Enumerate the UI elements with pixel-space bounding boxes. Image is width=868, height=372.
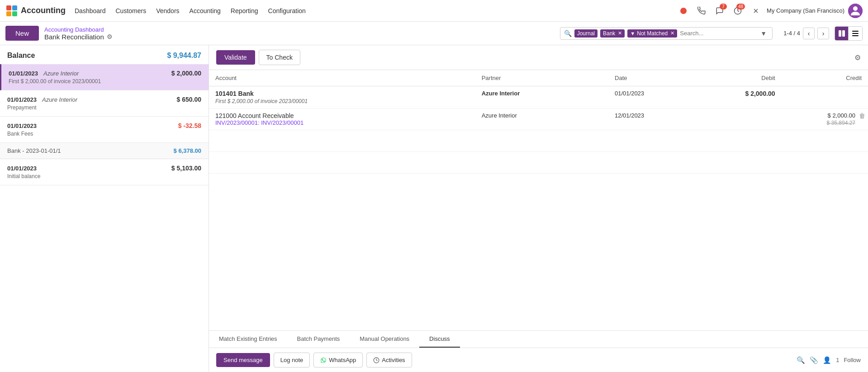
transaction-item-initial[interactable]: 01/01/2023 $ 5,103.00 Initial balance bbox=[0, 159, 209, 185]
table-row: 121000 Account Receivable INV/2023/00001… bbox=[209, 108, 868, 130]
action-bar: New Accounting Dashboard Bank Reconcilia… bbox=[0, 22, 868, 45]
delete-row2-icon[interactable]: 🗑 bbox=[859, 112, 865, 119]
avatar[interactable] bbox=[848, 4, 863, 18]
row2-partner: Azure Interior bbox=[475, 108, 608, 130]
trans-sub-2: Prepayment bbox=[7, 104, 201, 111]
next-page-button[interactable]: › bbox=[817, 28, 829, 39]
transaction-item[interactable]: 01/01/2023 $ -32.58 Bank Fees bbox=[0, 117, 209, 143]
left-panel: Balance $ 9,944.87 01/01/2023 Azure Inte… bbox=[0, 45, 209, 372]
search-input[interactable] bbox=[680, 30, 756, 37]
bank-tag-close[interactable]: ✕ bbox=[618, 30, 622, 36]
row2-account: 121000 Account Receivable INV/2023/00001… bbox=[209, 108, 475, 130]
follow-button[interactable]: Follow bbox=[844, 357, 861, 363]
app-logo[interactable]: Accounting bbox=[5, 5, 66, 17]
trans-date-3: 01/01/2023 bbox=[7, 122, 37, 129]
tab-batch-payments[interactable]: Batch Payments bbox=[287, 331, 350, 348]
row1-debit: $ 2,000.00 bbox=[695, 86, 781, 108]
close-btn[interactable] bbox=[749, 4, 763, 18]
initial-amount: $ 5,103.00 bbox=[171, 165, 201, 172]
to-check-button[interactable]: To Check bbox=[259, 50, 300, 65]
view-toggle bbox=[835, 26, 863, 41]
trans-date-1: 01/01/2023 bbox=[9, 70, 38, 77]
balance-label: Balance bbox=[7, 52, 35, 60]
menu-dashboard[interactable]: Dashboard bbox=[70, 5, 110, 17]
search-dropdown-icon[interactable]: ▼ bbox=[759, 30, 768, 37]
new-button[interactable]: New bbox=[5, 26, 39, 41]
clock-badge: 48 bbox=[736, 4, 745, 9]
journal-tag: Journal bbox=[574, 29, 598, 38]
bottom-tabs: Match Existing Entries Batch Payments Ma… bbox=[209, 330, 868, 372]
log-note-button[interactable]: Log note bbox=[274, 353, 310, 367]
activities-label: Activities bbox=[382, 357, 405, 363]
menu-accounting[interactable]: Accounting bbox=[185, 5, 225, 17]
discuss-footer: Send message Log note WhatsApp Activitie… bbox=[209, 348, 868, 372]
settings-gear-icon[interactable]: ⚙ bbox=[107, 33, 113, 40]
top-nav: Accounting Dashboard Customers Vendors A… bbox=[0, 0, 868, 22]
filter-tag-close[interactable]: ✕ bbox=[670, 30, 674, 36]
search-icon: 🔍 bbox=[564, 30, 572, 37]
menu-reporting[interactable]: Reporting bbox=[226, 5, 263, 17]
svg-point-4 bbox=[680, 8, 687, 14]
nav-right: 7 48 My Company (San Francisco) bbox=[676, 4, 863, 18]
entries-table: Account Partner Date Debit Credit 101401… bbox=[209, 70, 868, 174]
trans-sub-3: Bank Fees bbox=[7, 131, 201, 137]
tab-discuss[interactable]: Discuss bbox=[419, 331, 460, 348]
trans-name-2: Azure Interior bbox=[42, 96, 77, 103]
svg-rect-10 bbox=[839, 30, 841, 37]
trans-amount-2: $ 650.00 bbox=[177, 96, 202, 103]
activities-button[interactable]: Activities bbox=[366, 353, 412, 367]
row2-credit-amount: $ 2,000.00 bbox=[788, 112, 855, 119]
svg-rect-1 bbox=[12, 5, 17, 10]
clock-btn[interactable]: 48 bbox=[730, 4, 745, 18]
prev-page-button[interactable]: ‹ bbox=[803, 28, 815, 39]
reconcile-table: Account Partner Date Debit Credit 101401… bbox=[209, 70, 868, 330]
breadcrumb-current: Bank Reconciliation ⚙ bbox=[44, 33, 113, 41]
search-footer-icon[interactable]: 🔍 bbox=[797, 356, 805, 364]
validate-button[interactable]: Validate bbox=[216, 50, 255, 65]
search-bar: 🔍 Journal Bank ✕ ▼ Not Matched ✕ ▼ bbox=[560, 27, 773, 40]
menu-customers[interactable]: Customers bbox=[111, 5, 151, 17]
transaction-item[interactable]: 01/01/2023 Azure Interior $ 2,000.00 Fir… bbox=[0, 64, 209, 90]
pagination-text: 1-4 / 4 bbox=[783, 30, 800, 37]
col-partner: Partner bbox=[475, 70, 608, 86]
list-icon bbox=[852, 30, 859, 37]
send-message-button[interactable]: Send message bbox=[216, 353, 270, 367]
whatsapp-icon bbox=[320, 357, 327, 363]
app-name: Accounting bbox=[21, 6, 66, 15]
tab-match-entries[interactable]: Match Existing Entries bbox=[209, 331, 287, 348]
breadcrumb-parent[interactable]: Accounting Dashboard bbox=[44, 26, 113, 33]
section-amount: $ 6,378.00 bbox=[174, 147, 201, 154]
whatsapp-button[interactable]: WhatsApp bbox=[313, 353, 363, 367]
menu-configuration[interactable]: Configuration bbox=[264, 5, 310, 17]
phone-icon-btn[interactable] bbox=[694, 4, 709, 18]
tab-list: Match Existing Entries Batch Payments Ma… bbox=[209, 331, 868, 348]
follower-icon[interactable]: 👤 bbox=[823, 356, 831, 364]
row1-account-name: 101401 Bank bbox=[215, 90, 469, 97]
pagination: 1-4 / 4 ‹ › bbox=[783, 28, 829, 39]
footer-right: 🔍 📎 👤 1 Follow bbox=[797, 356, 861, 364]
row2-credit: $ 2,000.00 $ 35,894.27 🗑 bbox=[782, 108, 868, 130]
table-header-row: Account Partner Date Debit Credit bbox=[209, 70, 868, 86]
tab-manual-operations[interactable]: Manual Operations bbox=[350, 331, 419, 348]
balance-header: Balance $ 9,944.87 bbox=[0, 45, 209, 64]
record-icon bbox=[680, 7, 687, 14]
table-settings-icon[interactable]: ⚙ bbox=[854, 53, 861, 62]
menu-vendors[interactable]: Vendors bbox=[152, 5, 184, 17]
col-credit: Credit bbox=[782, 70, 868, 86]
transaction-item[interactable]: 01/01/2023 Azure Interior $ 650.00 Prepa… bbox=[0, 90, 209, 117]
bank-tag: Bank ✕ bbox=[600, 29, 625, 38]
messages-btn[interactable]: 7 bbox=[712, 4, 727, 18]
record-btn[interactable] bbox=[676, 4, 691, 18]
row1-account: 101401 Bank First $ 2,000.00 of invoice … bbox=[209, 86, 475, 108]
main-menu: Dashboard Customers Vendors Accounting R… bbox=[70, 5, 310, 17]
filter-tag-label: Not Matched bbox=[637, 30, 668, 37]
trans-amount-1: $ 2,000.00 bbox=[171, 70, 201, 77]
empty-row bbox=[209, 152, 868, 174]
kanban-view-button[interactable] bbox=[835, 27, 849, 40]
row2-inv-link[interactable]: INV/2023/00001: INV/2023/00001 bbox=[215, 119, 304, 126]
balance-amount: $ 9,944.87 bbox=[167, 52, 201, 60]
paperclip-icon[interactable]: 📎 bbox=[810, 356, 818, 364]
list-view-button[interactable] bbox=[849, 27, 862, 40]
initial-date: 01/01/2023 bbox=[7, 165, 37, 172]
svg-rect-2 bbox=[6, 11, 11, 16]
